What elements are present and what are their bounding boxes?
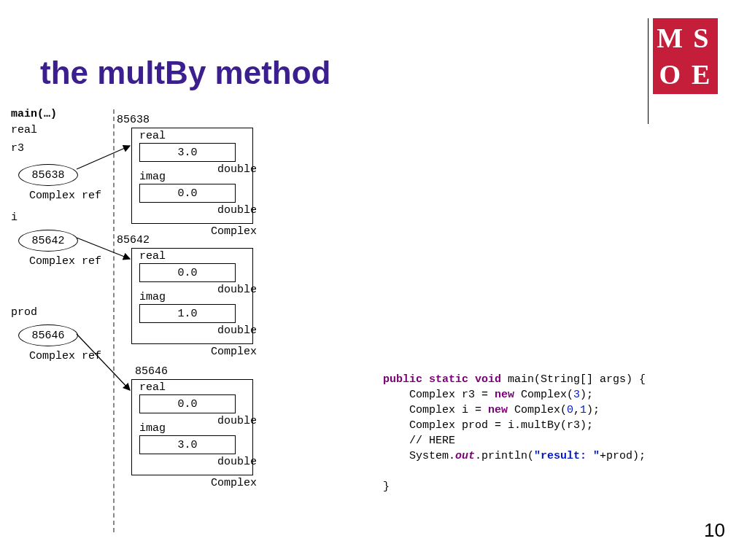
field-label: real xyxy=(139,250,166,262)
kw: new xyxy=(488,404,508,416)
field-type: double xyxy=(217,456,257,468)
stack-heap-divider xyxy=(113,109,115,532)
main-frame-label: main(…) xyxy=(11,108,57,120)
class-type: Complex xyxy=(211,225,257,238)
field-label: imag xyxy=(139,291,166,303)
code-snippet: public static void main(String[] args) {… xyxy=(383,372,646,494)
code-text: +prod); xyxy=(600,450,646,462)
kw: public xyxy=(383,373,422,386)
svg-line-0 xyxy=(77,146,130,169)
heap-object: real 0.0 double imag 1.0 double Complex xyxy=(131,248,253,344)
heap-object: real 0.0 double imag 3.0 double Complex xyxy=(131,379,253,475)
field-type: double xyxy=(217,415,257,427)
var-label-r3: r3 xyxy=(11,142,24,155)
num: 0 xyxy=(567,404,573,416)
field-label: real xyxy=(139,130,166,142)
field-value: 1.0 xyxy=(139,304,236,323)
num: 1 xyxy=(580,404,587,416)
ref-oval-i: 85642 xyxy=(18,230,78,252)
class-type: Complex xyxy=(211,346,257,358)
logo-letter: E xyxy=(686,56,717,93)
field-value: 0.0 xyxy=(139,263,236,282)
code-text: main(String[] args) { xyxy=(501,373,646,386)
str: "result: " xyxy=(534,450,600,462)
var-label-prod: prod xyxy=(11,306,37,319)
ref-oval-prod: 85646 xyxy=(18,324,78,346)
field-type: double xyxy=(217,204,257,217)
code-text: .println( xyxy=(475,450,534,462)
code-text: } xyxy=(383,481,390,493)
code-text: ); xyxy=(580,389,593,401)
code-text: ); xyxy=(587,404,600,416)
heap-addr: 85638 xyxy=(117,114,150,126)
field-type: double xyxy=(217,324,257,337)
code-text: Complex( xyxy=(508,404,567,416)
kw: new xyxy=(495,389,514,401)
kw: out xyxy=(455,450,475,462)
heap-addr: 85646 xyxy=(135,365,168,378)
code-text: Complex i = xyxy=(383,404,488,416)
logo-letter: S xyxy=(686,20,717,56)
field-label: imag xyxy=(139,171,166,183)
page-number: 10 xyxy=(704,519,725,542)
code-text: System. xyxy=(383,450,455,462)
ref-type-r3: Complex ref xyxy=(29,190,101,202)
code-text: , xyxy=(573,404,580,416)
num: 3 xyxy=(573,389,580,401)
slide-title: the multBy method xyxy=(40,55,330,91)
var-label-i: i xyxy=(11,211,18,224)
heap-addr: 85642 xyxy=(117,234,150,246)
code-text: // HERE xyxy=(383,435,455,447)
kw: static xyxy=(429,373,468,386)
code-text: Complex( xyxy=(514,389,573,401)
code-text: Complex prod = i.multBy(r3); xyxy=(383,419,593,432)
code-text: Complex r3 = xyxy=(383,389,495,401)
field-value: 0.0 xyxy=(139,184,236,203)
ref-type-prod: Complex ref xyxy=(29,350,101,362)
real-label: real xyxy=(11,124,37,136)
ref-type-i: Complex ref xyxy=(29,255,101,268)
msoe-logo: M S O E xyxy=(653,18,718,94)
ref-oval-r3: 85638 xyxy=(18,164,78,186)
heap-object: real 3.0 double imag 0.0 double Complex xyxy=(131,128,253,224)
field-value: 3.0 xyxy=(139,143,236,162)
logo-letter: O xyxy=(654,56,686,93)
field-value: 0.0 xyxy=(139,394,236,413)
field-value: 3.0 xyxy=(139,435,236,454)
kw: void xyxy=(475,373,501,386)
field-label: imag xyxy=(139,422,166,435)
field-type: double xyxy=(217,163,257,176)
field-type: double xyxy=(217,284,257,296)
logo-letter: M xyxy=(654,20,686,56)
class-type: Complex xyxy=(211,477,257,489)
field-label: real xyxy=(139,381,166,394)
header-divider xyxy=(648,18,649,124)
